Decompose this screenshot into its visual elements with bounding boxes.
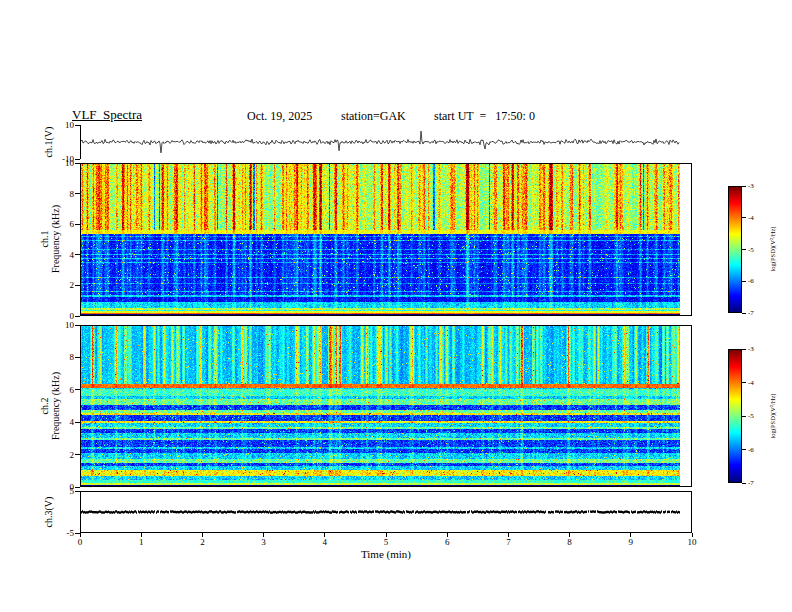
colorbar-tick-label: -4 [748, 379, 754, 387]
figure-title: VLF Spectra [72, 107, 142, 123]
colorbar-tick-label: -7 [748, 309, 754, 317]
colorbar-tick-mark [742, 313, 746, 314]
y-tick-label: 4 [49, 417, 74, 427]
ch1-waveform-canvas [81, 125, 691, 159]
y-tick-label: 6 [49, 219, 74, 229]
colorbar-tick-label: -5 [748, 246, 754, 254]
y-tick-mark [75, 454, 80, 455]
y-tick-mark [75, 389, 80, 390]
date-label: Oct. 19, 2025 [247, 109, 312, 124]
colorbar-tick-label: -3 [748, 182, 754, 190]
ch1-frequency-axis-label: ch.1 Frequency (kHz) [39, 184, 61, 294]
y-tick-mark [75, 487, 80, 488]
x-tick-label: 5 [377, 537, 395, 547]
ch3-canvas [81, 492, 691, 532]
y-tick-mark [75, 491, 80, 492]
ch1-colorbar-canvas [729, 187, 741, 312]
ch1-spectrogram-panel [80, 163, 692, 316]
x-tick-label: 8 [561, 537, 579, 547]
ch2-colorbar [728, 349, 742, 483]
y-tick-mark [75, 533, 80, 534]
y-tick-label: 10 [49, 158, 74, 168]
y-tick-mark [75, 357, 80, 358]
x-tick-label: 4 [316, 537, 334, 547]
y-tick-label: 2 [49, 450, 74, 460]
colorbar-tick-mark [742, 416, 746, 417]
ch1-frequency-label: Frequency (kHz) [50, 205, 61, 273]
x-tick-label: 6 [438, 537, 456, 547]
x-tick-label: 10 [683, 537, 701, 547]
ch2-frequency-axis-label: ch.2 Frequency (kHz) [39, 351, 61, 461]
colorbar-tick-mark [742, 217, 746, 218]
ch2-channel-label: ch.2 [39, 398, 50, 415]
colorbar-tick-mark [742, 349, 746, 350]
x-tick-label: 7 [499, 537, 517, 547]
y-tick-label: 10 [49, 120, 74, 130]
y-tick-mark [75, 316, 80, 317]
y-tick-mark [75, 422, 80, 423]
x-tick-label: 9 [622, 537, 640, 547]
colorbar-tick-label: -4 [748, 214, 754, 222]
vlf-spectra-figure: VLF Spectra Oct. 19, 2025 station=GAK st… [0, 0, 792, 612]
station-label: station=GAK [341, 109, 406, 124]
ch1-colorbar-label: log(PSD)(V²/Hz) [769, 204, 777, 294]
colorbar-tick-label: -6 [748, 277, 754, 285]
y-tick-label: 5 [49, 486, 74, 496]
colorbar-tick-mark [742, 186, 746, 187]
colorbar-tick-mark [742, 382, 746, 383]
y-tick-mark [75, 159, 80, 160]
ch1-colorbar [728, 186, 742, 313]
y-tick-mark [75, 125, 80, 126]
y-tick-label: 8 [49, 189, 74, 199]
y-tick-mark [75, 163, 80, 164]
ch2-spectrogram-canvas [81, 326, 691, 486]
colorbar-tick-label: -3 [748, 345, 754, 353]
y-tick-label: 4 [49, 250, 74, 260]
ch2-spectrogram-panel [80, 325, 692, 487]
x-tick-label: 1 [132, 537, 150, 547]
y-tick-label: -5 [49, 528, 74, 538]
y-tick-label: 8 [49, 352, 74, 362]
y-tick-mark [75, 193, 80, 194]
colorbar-tick-mark [742, 483, 746, 484]
time-axis-label: Time (min) [336, 548, 436, 560]
start-ut-label: start UT = 17:50: 0 [434, 109, 535, 124]
x-tick-label: 3 [255, 537, 273, 547]
ch3-panel [80, 491, 692, 533]
x-tick-label: 0 [71, 537, 89, 547]
y-tick-mark [75, 325, 80, 326]
colorbar-tick-mark [742, 281, 746, 282]
ch2-colorbar-canvas [729, 350, 741, 482]
y-tick-mark [75, 285, 80, 286]
ch1-waveform-panel [80, 125, 691, 159]
ch1-voltage-axis-label-text: ch.1(V) [43, 127, 54, 158]
ch3-voltage-axis-label-text: ch.3(V) [43, 497, 54, 528]
y-tick-mark [75, 254, 80, 255]
colorbar-tick-mark [742, 249, 746, 250]
colorbar-tick-label: -7 [748, 479, 754, 487]
colorbar-tick-mark [742, 449, 746, 450]
ch1-spectrogram-canvas [81, 164, 691, 315]
ch2-colorbar-label: log(PSD)(V²/Hz) [769, 371, 777, 461]
y-tick-mark [75, 224, 80, 225]
colorbar-tick-label: -5 [748, 412, 754, 420]
y-tick-label: 10 [49, 320, 74, 330]
y-tick-label: 6 [49, 385, 74, 395]
colorbar-tick-label: -6 [748, 446, 754, 454]
ch1-channel-label: ch.1 [39, 231, 50, 248]
x-tick-label: 2 [193, 537, 211, 547]
y-tick-label: 2 [49, 280, 74, 290]
ch2-frequency-label: Frequency (kHz) [50, 372, 61, 440]
